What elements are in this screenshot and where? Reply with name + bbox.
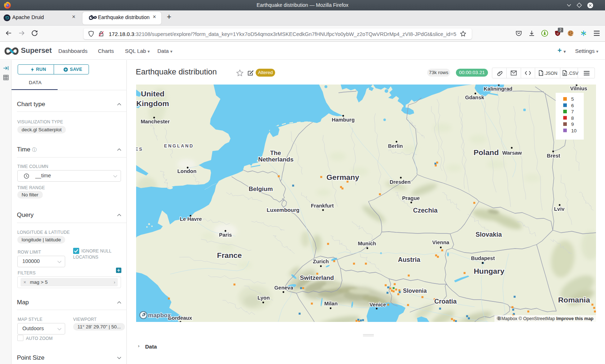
svg-text:Frankfurt: Frankfurt (311, 203, 334, 209)
svg-text:Kaliningrad: Kaliningrad (484, 86, 512, 92)
svg-text:Czechia: Czechia (413, 207, 438, 214)
svg-text:Vilnius: Vilnius (570, 86, 587, 91)
svg-text:Milan: Milan (324, 301, 337, 306)
svg-text:B: B (498, 316, 501, 321)
svg-text:Brest: Brest (547, 153, 560, 159)
svg-text:Zurich: Zurich (313, 259, 329, 264)
svg-text:9: 9 (571, 122, 574, 127)
svg-text:Switzerland: Switzerland (300, 274, 334, 281)
svg-text:6: 6 (571, 103, 574, 108)
svg-text:Geneva: Geneva (274, 285, 293, 291)
svg-text:Vienna: Vienna (432, 240, 449, 245)
svg-text:Le Havre: Le Havre (180, 216, 202, 222)
svg-text:Slovakia: Slovakia (475, 231, 502, 238)
svg-text:Prague: Prague (402, 195, 420, 201)
svg-text:Netherlands: Netherlands (258, 156, 293, 163)
svg-text:Manchester: Manchester (141, 119, 170, 124)
svg-text:Poland: Poland (474, 148, 499, 156)
svg-text:Venice: Venice (369, 302, 386, 308)
svg-text:Gdansk: Gdansk (465, 95, 484, 100)
svg-text:ENGLAND: ENGLAND (164, 144, 194, 149)
svg-text:8: 8 (571, 115, 574, 121)
svg-text:Paris: Paris (219, 232, 232, 238)
svg-text:Lviv: Lviv (554, 206, 564, 212)
svg-text:The: The (270, 150, 281, 156)
svg-text:Germany: Germany (326, 173, 359, 181)
svg-text:Austria: Austria (398, 256, 421, 263)
svg-text:© Mapbox © OpenStreetMap Impro: © Mapbox © OpenStreetMap Improve this ma… (497, 316, 593, 321)
svg-text:United: United (141, 90, 164, 98)
svg-text:Kingdom: Kingdom (136, 99, 169, 108)
svg-text:Munich: Munich (358, 241, 376, 246)
svg-text:Croatia: Croatia (434, 298, 457, 305)
svg-text:Hamburg: Hamburg (332, 117, 355, 123)
svg-text:Hungary: Hungary (474, 267, 505, 275)
svg-text:London: London (177, 168, 196, 174)
svg-text:Romania: Romania (558, 296, 590, 304)
svg-text:Slovenia: Slovenia (403, 288, 427, 294)
svg-text:mapbox: mapbox (148, 312, 171, 318)
svg-text:5: 5 (571, 96, 574, 102)
svg-text:Berlin: Berlin (388, 143, 403, 149)
svg-text:France: France (217, 251, 242, 259)
svg-text:7: 7 (571, 109, 574, 114)
svg-text:Budapest: Budapest (471, 255, 495, 261)
svg-text:Lyon: Lyon (257, 295, 270, 301)
svg-text:Luxembourg: Luxembourg (267, 207, 300, 213)
svg-text:Dresden: Dresden (390, 179, 411, 185)
svg-text:Belgium: Belgium (248, 186, 273, 192)
svg-text:ES: ES (136, 147, 143, 152)
svg-text:10: 10 (571, 128, 577, 133)
svg-text:Warsaw: Warsaw (502, 150, 522, 156)
svg-text:Bordeaux: Bordeaux (168, 315, 192, 321)
